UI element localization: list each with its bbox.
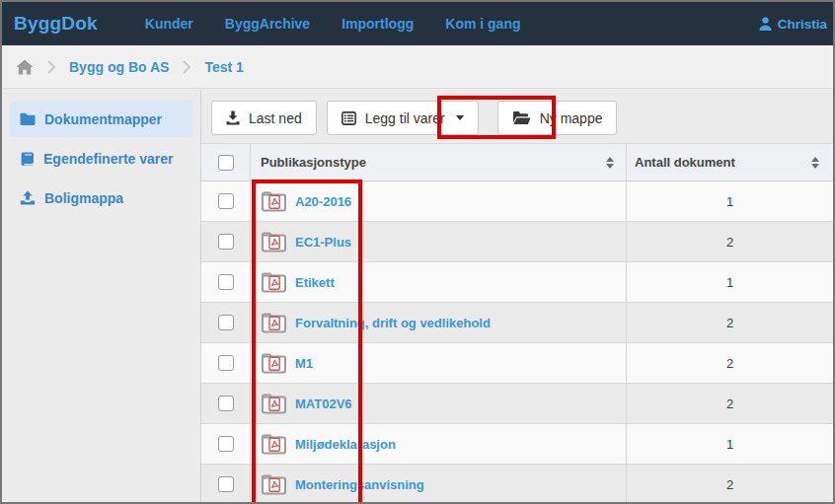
folder-link[interactable]: EC1-Plus [295,235,351,250]
header-count-cell: Antall dokument [627,144,833,180]
folder-link[interactable]: M1 [295,356,313,371]
table-row: Forvaltning, drift og vedlikehold 2 [201,303,833,343]
chevron-right-icon [46,59,56,75]
sidebar-item-boligmappa[interactable]: Boligmappa [10,180,192,216]
table-row: Miljødeklarasjon 1 [201,424,833,465]
row-checkbox-cell [201,222,251,261]
row-count-cell: 1 [627,262,833,302]
folder-pdf-icon [261,190,287,212]
content-area: Dokumentmapper Egendefinerte varer Bolig… [2,90,833,502]
document-count: 2 [726,396,733,411]
document-count: 2 [726,477,733,492]
row-checkbox[interactable] [218,193,234,209]
column-header-antall-dokument: Antall dokument [635,155,735,170]
new-folder-button[interactable]: Ny mappe [497,101,618,135]
book-icon [20,152,35,166]
table-row: EC1-Plus 2 [201,222,833,262]
folder-link[interactable]: Forvaltning, drift og vedlikehold [295,316,491,330]
folder-link[interactable]: MAT02V6 [295,396,352,411]
nav-item-kunder[interactable]: Kunder [145,16,193,32]
row-count-cell: 2 [627,465,833,504]
row-checkbox[interactable] [218,234,234,250]
table-body: A20-2016 1 EC1-Plus 2 [201,181,833,504]
folder-link[interactable]: Etikett [295,275,335,290]
row-count-cell: 2 [627,303,833,342]
row-type-cell: Forvaltning, drift og vedlikehold [251,303,627,342]
add-items-button[interactable]: Legg til varer [327,101,479,135]
row-checkbox[interactable] [218,476,234,492]
breadcrumb: Bygg og Bo AS Test 1 [2,45,833,89]
table-row: MAT02V6 2 [201,384,833,424]
chevron-right-icon [182,59,191,75]
row-checkbox-cell [201,262,251,302]
download-icon [226,110,240,125]
row-count-cell: 2 [627,384,833,423]
document-count: 2 [726,356,733,371]
folder-icon [20,112,36,125]
table-row: Monteringsanvisning 2 [201,465,833,504]
download-button-label: Last ned [249,110,302,126]
main-panel: Last ned Legg til varer Ny mappe [201,90,833,502]
header-type-cell: Publikasjonstype [251,144,627,180]
nav-links: Kunder ByggArchive Importlogg Kom i gang [145,16,521,32]
row-type-cell: A20-2016 [251,181,627,221]
folder-pdf-icon [261,271,287,293]
user-menu[interactable]: Christia [759,17,827,32]
document-count: 2 [726,316,733,330]
row-count-cell: 2 [627,222,833,261]
row-type-cell: EC1-Plus [251,222,627,261]
folder-pdf-icon [261,312,287,333]
row-checkbox[interactable] [218,396,234,411]
user-icon [759,17,772,31]
toolbar: Last ned Legg til varer Ny mappe [201,90,833,143]
download-button[interactable]: Last ned [211,101,317,135]
folder-pdf-icon [261,231,287,252]
row-checkbox[interactable] [218,436,234,452]
table-row: A20-2016 1 [201,181,833,222]
add-items-button-label: Legg til varer [365,110,445,126]
folder-link[interactable]: Monteringsanvisning [295,477,424,492]
list-icon [342,111,356,125]
row-checkbox-cell [201,181,251,221]
table-row: M1 2 [201,343,833,384]
folder-pdf-icon [261,433,287,455]
row-type-cell: M1 [251,343,627,383]
row-type-cell: Miljødeklarasjon [251,424,627,464]
row-type-cell: MAT02V6 [251,384,627,423]
column-header-publikasjonstype: Publikasjonstype [261,155,366,170]
sort-icon[interactable] [606,157,614,169]
row-checkbox-cell [201,303,251,342]
nav-item-kom-i-gang[interactable]: Kom i gang [445,16,520,32]
select-all-checkbox[interactable] [218,155,234,171]
sidebar-item-dokumentmapper[interactable]: Dokumentmapper [10,101,192,137]
documents-table: Publikasjonstype Antall dokument [201,143,833,504]
home-icon[interactable] [16,59,34,75]
new-folder-button-label: Ny mappe [540,110,603,126]
row-type-cell: Etikett [251,262,627,302]
folder-link[interactable]: Miljødeklarasjon [295,437,396,452]
folder-pdf-icon [261,473,287,495]
row-count-cell: 2 [627,343,833,383]
document-count: 1 [726,275,733,290]
row-checkbox-cell [201,343,251,383]
sidebar-item-label: Boligmappa [44,190,123,206]
table-row: Etikett 1 [201,262,833,303]
row-checkbox[interactable] [218,315,234,330]
sidebar-item-egendefinerte-varer[interactable]: Egendefinerte varer [10,140,192,177]
nav-item-byggarchive[interactable]: ByggArchive [225,16,310,32]
row-checkbox[interactable] [218,355,234,371]
row-checkbox[interactable] [218,274,234,290]
breadcrumb-project-link[interactable]: Test 1 [204,59,243,75]
brand-logo[interactable]: ByggDok [14,13,98,35]
row-checkbox-cell [201,384,251,423]
upload-icon [20,190,36,205]
folder-link[interactable]: A20-2016 [295,194,351,209]
row-count-cell: 1 [627,181,833,221]
breadcrumb-company-link[interactable]: Bygg og Bo AS [69,59,169,75]
nav-item-importlogg[interactable]: Importlogg [342,16,414,32]
app-window: ByggDok Kunder ByggArchive Importlogg Ko… [0,0,835,504]
caret-down-icon [456,115,464,120]
sort-icon[interactable] [811,157,819,169]
document-count: 1 [726,437,733,452]
row-checkbox-cell [201,424,251,464]
